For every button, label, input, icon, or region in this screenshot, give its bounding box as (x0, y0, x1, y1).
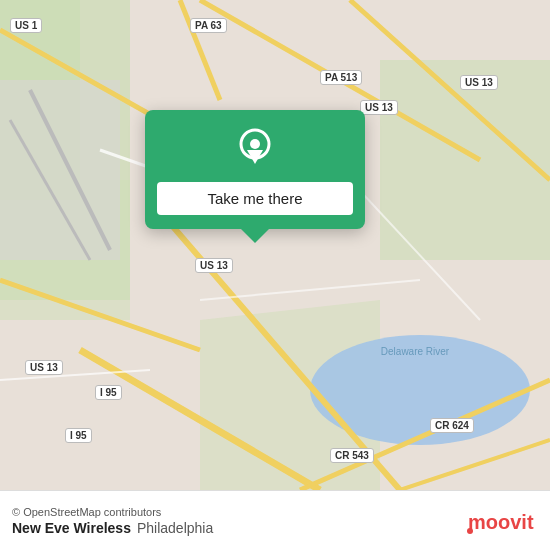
svg-text:Delaware River: Delaware River (381, 346, 450, 357)
svg-point-26 (250, 139, 260, 149)
road-label-cr624: CR 624 (430, 418, 474, 433)
road-label-us13-bot: US 13 (25, 360, 63, 375)
road-label-i95-2: I 95 (65, 428, 92, 443)
road-label-pa63: PA 63 (190, 18, 227, 33)
road-label-pa513: PA 513 (320, 70, 362, 85)
location-card: Take me there (145, 110, 365, 229)
road-label-us13-fr: US 13 (460, 75, 498, 90)
road-label-i95-1: I 95 (95, 385, 122, 400)
attribution-text: © OpenStreetMap contributors (12, 506, 213, 518)
take-me-there-button[interactable]: Take me there (157, 182, 353, 215)
road-label-cr543: CR 543 (330, 448, 374, 463)
location-name: New Eve Wireless (12, 520, 131, 536)
road-label-us13-mid: US 13 (195, 258, 233, 273)
svg-point-29 (467, 528, 473, 534)
road-label-us13-top: US 13 (360, 100, 398, 115)
location-city: Philadelphia (137, 520, 213, 536)
road-label-us1: US 1 (10, 18, 42, 33)
info-bar: © OpenStreetMap contributors New Eve Wir… (0, 490, 550, 550)
map-container: Delaware River US 1 PA 63 PA 513 US 13 U… (0, 0, 550, 490)
svg-text:moovit: moovit (468, 511, 534, 533)
moovit-logo: moovit (466, 507, 538, 535)
location-pin-icon (233, 126, 277, 170)
